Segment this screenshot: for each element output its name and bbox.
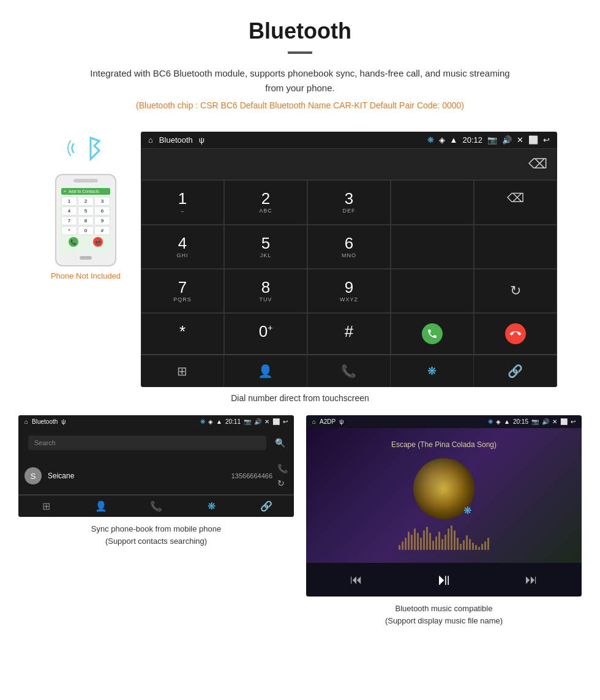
page-title: Bluetooth — [12, 18, 588, 44]
refresh-icon: ↻ — [510, 283, 521, 299]
bluetooth-specs: (Bluetooth chip : CSR BC6 Default Blueto… — [12, 100, 588, 110]
home-icon[interactable]: ⌂ — [148, 135, 153, 145]
backspace-button[interactable]: ⌫ — [528, 156, 547, 172]
music-statusbar-left: ⌂ A2DP ψ — [312, 418, 343, 425]
backspace-key[interactable]: ⌫ — [474, 180, 557, 225]
next-button[interactable]: ⏭ — [525, 573, 538, 587]
music-loc-icon: ◈ — [496, 418, 501, 425]
phone-mini-key: 9 — [94, 216, 110, 225]
dial-key-1[interactable]: 1 ⌣ — [141, 180, 224, 225]
dial-key-star[interactable]: * — [141, 313, 224, 355]
dial-key-6[interactable]: 6 MNO — [307, 225, 391, 269]
music-title-bar: A2DP — [320, 418, 336, 425]
pb-statusbar-right: ❋ ◈ ▲ 20:11 📷 🔊 ✕ ⬜ ↩ — [200, 418, 288, 425]
volume-icon[interactable]: 🔊 — [502, 135, 512, 145]
pb-nav-bt[interactable]: ❋ — [184, 500, 239, 512]
bottom-screenshots: ⌂ Bluetooth ψ ❋ ◈ ▲ 20:11 📷 🔊 ✕ ⬜ ↩ — [0, 415, 600, 627]
music-bt-overlay-icon: ❋ — [463, 505, 471, 516]
bluetooth-nav-icon: ❋ — [427, 364, 437, 378]
pb-time: 20:11 — [225, 418, 241, 425]
dial-empty-2 — [391, 225, 474, 269]
dial-key-7[interactable]: 7 PQRS — [141, 269, 224, 313]
prev-button[interactable]: ⏮ — [350, 573, 362, 587]
window-icon[interactable]: ⬜ — [528, 135, 538, 145]
statusbar-left: ⌂ Bluetooth ψ — [148, 135, 204, 145]
page-header: Bluetooth Integrated with BC6 Bluetooth … — [0, 0, 600, 132]
signal-icon: ▲ — [450, 135, 458, 145]
search-row: Search 🔍 — [23, 432, 289, 454]
phone-keypad-mini: 1 2 3 4 5 6 7 8 9 * 0 # — [61, 197, 110, 235]
contact-name: Seicane — [48, 472, 231, 480]
end-call-button[interactable] — [474, 313, 557, 355]
phonebook-block: ⌂ Bluetooth ψ ❋ ◈ ▲ 20:11 📷 🔊 ✕ ⬜ ↩ — [18, 415, 294, 627]
music-note-icon: ♪ — [440, 479, 448, 499]
phone-nav-icon: 📞 — [341, 364, 356, 378]
phone-mini-key: 4 — [61, 206, 77, 216]
phone-mini-key: 0 — [78, 226, 94, 235]
dial-empty-4 — [391, 269, 474, 313]
dial-sub-2: ABC — [259, 208, 272, 214]
dial-key-2[interactable]: 2 ABC — [224, 180, 307, 225]
close-icon[interactable]: ✕ — [517, 135, 523, 145]
music-caption: Bluetooth music compatible (Support disp… — [306, 603, 582, 627]
location-icon: ◈ — [439, 135, 445, 145]
music-caption-line1: Bluetooth music compatible — [396, 604, 493, 613]
dial-key-0[interactable]: 0+ — [224, 313, 307, 355]
phone-body: + Add to Contacts 1 2 3 4 5 6 7 8 9 * 0 … — [55, 174, 116, 266]
refresh-contact-icon[interactable]: ↻ — [277, 478, 288, 488]
phone-home-button — [80, 256, 92, 260]
search-icon[interactable]: 🔍 — [271, 434, 289, 451]
title-divider — [288, 51, 312, 54]
waveform-visualization — [399, 525, 489, 550]
nav-bluetooth-button[interactable]: ❋ — [391, 355, 474, 387]
pb-vol-icon: 🔊 — [254, 418, 261, 425]
camera-icon[interactable]: 📷 — [487, 135, 497, 145]
dial-key-8[interactable]: 8 TUV — [224, 269, 307, 313]
back-icon[interactable]: ↩ — [543, 135, 550, 145]
dial-key-4[interactable]: 4 GHI — [141, 225, 224, 269]
contact-number: 13566664466 — [231, 472, 272, 480]
nav-contacts-button[interactable]: 👤 — [224, 355, 307, 387]
phone-mini-key: 3 — [94, 197, 110, 206]
pb-window-icon: ⬜ — [272, 418, 280, 425]
pb-nav-contacts[interactable]: 👤 — [73, 500, 129, 512]
red-phone-icon — [505, 323, 526, 344]
call-button[interactable] — [391, 313, 474, 355]
phonebook-caption-line1: Sync phone-book from mobile phone — [91, 524, 221, 533]
dial-key-9[interactable]: 9 WXYZ — [307, 269, 391, 313]
refresh-button[interactable]: ↻ — [474, 269, 557, 313]
music-home-icon: ⌂ — [312, 418, 316, 425]
search-placeholder: Search — [34, 439, 56, 446]
play-pause-button[interactable]: ⏯ — [436, 570, 452, 589]
contact-name-text: Seicane — [48, 472, 231, 480]
phone-speaker — [73, 179, 98, 183]
nav-phone-button[interactable]: 📞 — [307, 355, 391, 387]
music-statusbar: ⌂ A2DP ψ ❋ ◈ ▲ 20:15 📷 🔊 ✕ ⬜ ↩ — [306, 415, 582, 428]
dial-num-2: 2 — [261, 190, 270, 206]
nav-grid-button[interactable]: ⊞ — [141, 355, 224, 387]
phone-mini-key: 2 — [78, 197, 94, 206]
statusbar-time: 20:12 — [462, 135, 482, 145]
music-statusbar-right: ❋ ◈ ▲ 20:15 📷 🔊 ✕ ⬜ ↩ — [488, 418, 576, 425]
phone-mini-key: 6 — [94, 206, 110, 216]
phone-mini-key: 1 — [61, 197, 77, 206]
phone-action-row: 📞 📵 — [61, 237, 110, 247]
pb-nav-link[interactable]: 🔗 — [239, 500, 294, 512]
pb-loc-icon: ◈ — [208, 418, 213, 425]
call-contact-icon[interactable]: 📞 — [277, 464, 288, 473]
phone-mini-key: 5 — [78, 206, 94, 216]
dial-key-5[interactable]: 5 JKL — [224, 225, 307, 269]
dial-display: ⌫ — [141, 149, 557, 179]
statusbar-right: ❋ ◈ ▲ 20:12 📷 🔊 ✕ ⬜ ↩ — [427, 135, 550, 145]
dial-key-hash[interactable]: # — [307, 313, 391, 355]
search-bar[interactable]: Search — [28, 435, 266, 450]
dial-key-3[interactable]: 3 DEF — [307, 180, 391, 225]
phone-mini-key: # — [94, 226, 110, 235]
phone-not-included-label: Phone Not Included — [51, 271, 121, 280]
nav-link-button[interactable]: 🔗 — [474, 355, 557, 387]
pb-nav-phone[interactable]: 📞 — [129, 500, 184, 512]
music-screen: ⌂ A2DP ψ ❋ ◈ ▲ 20:15 📷 🔊 ✕ ⬜ ↩ E — [306, 415, 582, 597]
music-time: 20:15 — [513, 418, 528, 425]
pb-nav-grid[interactable]: ⊞ — [18, 500, 73, 512]
music-camera-icon: 📷 — [531, 418, 539, 425]
